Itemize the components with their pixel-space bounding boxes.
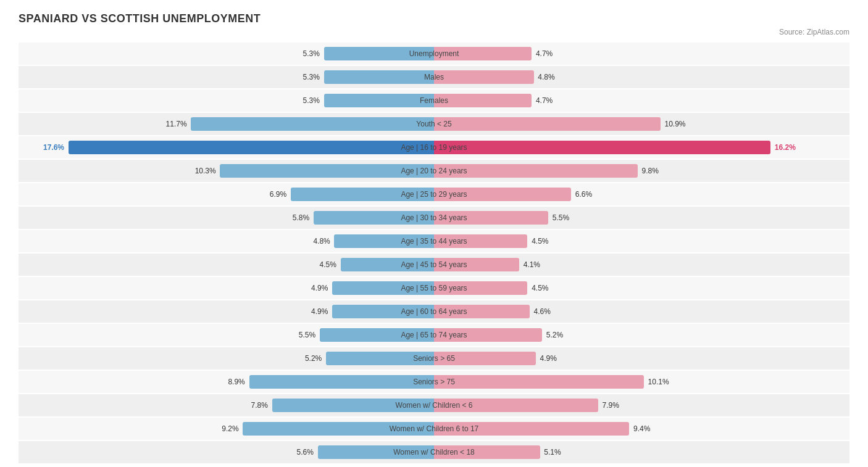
value-left: 4.5% [320, 260, 336, 269]
value-left: 7.8% [251, 401, 267, 410]
value-left: 5.5% [299, 331, 315, 339]
value-left: 6.9% [270, 190, 286, 199]
value-right: 4.1% [524, 260, 540, 269]
source-line: Source: ZipAtlas.com [19, 28, 849, 36]
value-right: 7.9% [603, 401, 619, 410]
bar-left [243, 422, 434, 436]
chart-row: 5.5%5.2%Age | 65 to 74 years [19, 324, 849, 346]
value-right: 10.1% [648, 378, 669, 386]
bar-left [249, 375, 434, 389]
bar-left [314, 211, 434, 225]
value-right: 4.5% [532, 237, 548, 246]
chart-row: 7.8%7.9%Women w/ Children < 6 [19, 394, 849, 416]
value-right: 4.8% [538, 73, 554, 81]
bar-left [320, 328, 434, 342]
value-right: 6.6% [575, 190, 592, 199]
value-left: 4.9% [311, 307, 328, 316]
value-left: 17.6% [43, 143, 64, 152]
bar-right [434, 141, 770, 154]
value-right: 4.6% [534, 307, 551, 316]
value-left: 5.6% [296, 448, 313, 457]
value-right: 9.4% [633, 424, 650, 433]
chart-row: 11.7%10.9%Youth < 25 [19, 113, 849, 135]
chart-container: SPANIARD VS SCOTTISH UNEMPLOYMENT Source… [0, 0, 868, 467]
value-left: 10.3% [195, 167, 216, 175]
value-right: 4.7% [536, 49, 553, 58]
value-right: 16.2% [775, 143, 796, 152]
bar-left [318, 445, 434, 459]
value-left: 5.2% [305, 354, 322, 363]
chart-title: SPANIARD VS SCOTTISH UNEMPLOYMENT [19, 12, 849, 25]
bar-right [434, 328, 542, 342]
bar-left [324, 47, 434, 60]
value-right: 9.8% [642, 167, 659, 175]
value-right: 4.5% [532, 284, 548, 292]
chart-row: 4.9%4.6%Age | 60 to 64 years [19, 300, 849, 323]
bar-left [334, 234, 434, 248]
bar-right [434, 234, 527, 248]
bar-left [191, 117, 434, 131]
value-right: 10.9% [665, 120, 686, 128]
chart-row: 4.9%4.5%Age | 55 to 59 years [19, 277, 849, 299]
bar-right [434, 281, 527, 295]
chart-row: 6.9%6.6%Age | 25 to 29 years [19, 183, 849, 205]
bar-right [434, 211, 548, 225]
chart-row: 5.3%4.7%Females [19, 89, 849, 112]
value-left: 9.2% [222, 424, 238, 433]
bar-right [434, 188, 571, 201]
value-left: 5.3% [303, 73, 320, 81]
bar-left [220, 164, 434, 178]
value-left: 11.7% [166, 120, 187, 128]
bar-right [434, 94, 532, 107]
chart-row: 5.2%4.9%Seniors > 65 [19, 347, 849, 370]
value-right: 4.9% [540, 354, 557, 363]
bar-left [324, 70, 434, 84]
bar-right [434, 445, 540, 459]
chart-row: 5.3%4.7%Unemployment [19, 43, 849, 65]
chart-row: 8.9%10.1%Seniors > 75 [19, 371, 849, 393]
value-left: 8.9% [228, 378, 244, 386]
bar-right [434, 258, 519, 271]
bar-right [434, 164, 638, 178]
bar-left [324, 94, 434, 107]
bar-left [272, 399, 434, 412]
bar-right [434, 375, 644, 389]
bar-left [341, 258, 434, 271]
bar-left [332, 305, 434, 318]
bar-left [69, 141, 434, 154]
value-left: 5.3% [303, 96, 320, 105]
value-right: 5.2% [546, 331, 563, 339]
value-left: 4.9% [311, 284, 328, 292]
bar-right [434, 117, 661, 131]
chart-row: 9.2%9.4%Women w/ Children 6 to 17 [19, 418, 849, 440]
bar-right [434, 47, 532, 60]
chart-row: 17.6%16.2%Age | 16 to 19 years [19, 136, 849, 159]
chart-row: 5.8%5.5%Age | 30 to 34 years [19, 207, 849, 229]
bar-left [326, 352, 434, 365]
bar-right [434, 422, 629, 436]
bar-left [291, 188, 434, 201]
chart-row: 4.5%4.1%Age | 45 to 54 years [19, 254, 849, 276]
value-right: 5.1% [544, 448, 561, 457]
value-left: 5.8% [293, 213, 309, 222]
bar-right [434, 352, 536, 365]
bar-right [434, 70, 534, 84]
value-right: 5.5% [553, 213, 569, 222]
bar-left [332, 281, 434, 295]
bar-right [434, 399, 598, 412]
value-left: 5.3% [303, 49, 320, 58]
chart-row: 4.8%4.5%Age | 35 to 44 years [19, 230, 849, 252]
value-left: 4.8% [313, 237, 330, 246]
chart-area: 5.3%4.7%Unemployment5.3%4.8%Males5.3%4.7… [19, 43, 849, 463]
chart-row: 5.6%5.1%Women w/ Children < 18 [19, 441, 849, 463]
chart-row: 10.3%9.8%Age | 20 to 24 years [19, 160, 849, 182]
chart-row: 5.3%4.8%Males [19, 66, 849, 88]
bar-right [434, 305, 530, 318]
value-right: 4.7% [536, 96, 553, 105]
